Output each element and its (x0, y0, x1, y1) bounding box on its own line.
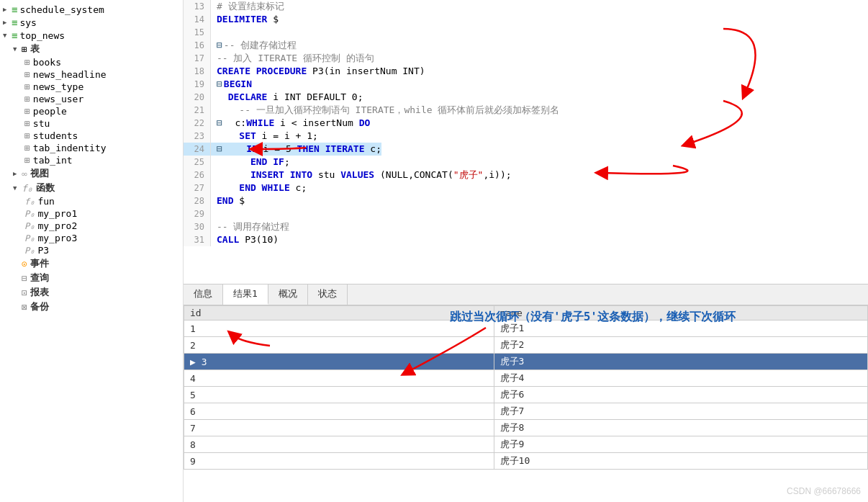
code-line-26: 26 INSERT INTO stu VALUES (NULL,CONCAT("… (184, 169, 868, 181)
expand-arrow: ▼ (3, 32, 12, 39)
sidebar-item-sys[interactable]: ▶ ≡ sys (0, 16, 183, 29)
table-row[interactable]: 8 虎子9 (184, 436, 868, 453)
sidebar-label: news_headline (33, 69, 107, 80)
sidebar-section-views[interactable]: ▶ ∞ 视图 (0, 166, 183, 181)
bottom-panel: 信息 结果1 概况 状态 id name 1 虎子1 (184, 284, 868, 501)
code-line-20: 20 DECLARE i INT DEFAULT 0; (184, 91, 868, 104)
expand-arrow: ▶ (3, 19, 12, 26)
sidebar-label: tab_indentity (33, 143, 107, 153)
code-editor[interactable]: 13 # 设置结束标记 14 DELIMITER $ 15 16 ⊟-- 创建存… (184, 0, 868, 284)
sidebar-label: news_type (33, 81, 83, 92)
code-line-29: 29 (184, 207, 868, 220)
table-icon: ⊞ (24, 143, 30, 153)
sidebar-item-fun[interactable]: f₀ fun (0, 195, 183, 207)
code-line-27: 27 END WHILE c; (184, 181, 868, 194)
cell-name: 虎子3 (494, 354, 867, 370)
table-icon: ⊞ (24, 81, 30, 92)
sidebar-section-functions[interactable]: ▼ f₀ 函数 (0, 181, 183, 195)
table-icon: ⊞ (24, 57, 30, 68)
sidebar-item-P3[interactable]: P₀ P3 (0, 244, 183, 256)
tab-status[interactable]: 状态 (308, 284, 348, 305)
code-line-24: 24 ⊟ IF i = 5 THEN ITERATE c; (184, 143, 868, 156)
code-line-30: 30 -- 调用存储过程 (184, 220, 868, 233)
sidebar-label: 函数 (36, 181, 55, 194)
cell-id: 4 (184, 370, 494, 387)
expand-arrow: ▶ (3, 6, 12, 13)
sidebar-item-people[interactable]: ⊞ people (0, 105, 183, 117)
db-icon-sys: ≡ (12, 17, 17, 28)
table-row[interactable]: 7 虎子8 (184, 420, 868, 436)
code-line-17: 17 -- 加入 ITERATE 循环控制 的语句 (184, 52, 868, 65)
sidebar-label: my_pro2 (37, 220, 77, 231)
table-icon: ⊞ (24, 106, 30, 117)
sidebar-item-stu[interactable]: ⊞ stu (0, 117, 183, 130)
table-row-selected[interactable]: ▶ 3 虎子3 (184, 354, 868, 370)
table-row[interactable]: 2 虎子2 (184, 337, 868, 354)
main-content: 13 # 设置结束标记 14 DELIMITER $ 15 16 ⊟-- 创建存… (184, 0, 868, 502)
sidebar-label: P3 (37, 245, 49, 256)
table-section-icon: ⊞ (22, 44, 27, 55)
sidebar-item-top-news[interactable]: ▼ ≡ top_news (0, 29, 183, 42)
table-row[interactable]: 4 虎子4 (184, 370, 868, 387)
sidebar-item-schedule-system[interactable]: ▶ ≡ schedule_system (0, 3, 183, 16)
sidebar-label: stu (33, 118, 50, 129)
expand-arrow: ▼ (13, 45, 22, 53)
proc-item-icon: P₀ (24, 221, 35, 231)
watermark: CSDN @66678666 (787, 486, 861, 496)
sidebar-item-news-user[interactable]: ⊞ news_user (0, 93, 183, 105)
sidebar-section-backup[interactable]: ⊠ 备份 (0, 300, 183, 314)
cell-name: 虎子2 (494, 337, 867, 354)
tab-overview[interactable]: 概况 (268, 284, 308, 305)
tab-bar: 信息 结果1 概况 状态 (184, 284, 868, 305)
table-row[interactable]: 9 虎子10 (184, 453, 868, 470)
sidebar-section-queries[interactable]: ⊟ 查询 (0, 271, 183, 285)
func-item-icon: f₀ (24, 197, 35, 207)
sidebar-item-my-pro2[interactable]: P₀ my_pro2 (0, 220, 183, 232)
cell-name: 虎子10 (494, 453, 867, 470)
table-row[interactable]: 1 虎子1 (184, 321, 868, 337)
cell-name: 虎子9 (494, 436, 867, 453)
db-icon-schedule: ≡ (12, 4, 17, 15)
view-icon: ∞ (22, 169, 27, 179)
code-line-16: 16 ⊟-- 创建存储过程 (184, 39, 868, 52)
table-icon: ⊞ (24, 94, 30, 104)
sidebar-label: sys (19, 17, 36, 28)
sidebar-item-news-headline[interactable]: ⊞ news_headline (0, 68, 183, 81)
table-row[interactable]: 5 虎子6 (184, 387, 868, 403)
sidebar-label: my_pro3 (37, 233, 77, 243)
sidebar-item-students[interactable]: ⊞ students (0, 130, 183, 142)
sidebar-label: 表 (30, 42, 40, 55)
tab-result1[interactable]: 结果1 (223, 284, 268, 305)
sidebar-label: people (33, 106, 67, 117)
sidebar-label: books (33, 57, 61, 68)
cell-id: 2 (184, 337, 494, 354)
sidebar-item-news-type[interactable]: ⊞ news_type (0, 81, 183, 93)
report-icon: ⊡ (22, 287, 27, 298)
code-line-28: 28 END $ (184, 194, 868, 207)
table-icon: ⊞ (24, 155, 30, 166)
sidebar-section-reports[interactable]: ⊡ 报表 (0, 285, 183, 300)
cell-id: 9 (184, 453, 494, 470)
sidebar-item-my-pro3[interactable]: P₀ my_pro3 (0, 232, 183, 244)
cell-name: 虎子8 (494, 420, 867, 436)
sidebar-section-events[interactable]: ⊙ 事件 (0, 256, 183, 271)
col-header-id: id (184, 306, 494, 321)
cell-id: 7 (184, 420, 494, 436)
proc-item-icon: P₀ (24, 233, 35, 243)
event-icon: ⊙ (22, 259, 27, 269)
cell-id: 5 (184, 387, 494, 403)
code-line-25: 25 END IF; (184, 156, 868, 169)
table-icon: ⊞ (24, 118, 30, 129)
code-line-14: 14 DELIMITER $ (184, 13, 868, 26)
sidebar-label: 查询 (30, 272, 49, 284)
sidebar-item-tab-int[interactable]: ⊞ tab_int (0, 154, 183, 166)
tab-info[interactable]: 信息 (184, 284, 223, 305)
query-icon: ⊟ (22, 273, 27, 284)
sidebar-item-tab-indentity[interactable]: ⊞ tab_indentity (0, 142, 183, 154)
sidebar-section-tables[interactable]: ▼ ⊞ 表 (0, 42, 183, 56)
cell-id: 8 (184, 436, 494, 453)
code-line-23: 23 SET i = i + 1; (184, 130, 868, 143)
sidebar-item-my-pro1[interactable]: P₀ my_pro1 (0, 207, 183, 220)
sidebar-item-books[interactable]: ⊞ books (0, 56, 183, 68)
table-row[interactable]: 6 虎子7 (184, 403, 868, 420)
